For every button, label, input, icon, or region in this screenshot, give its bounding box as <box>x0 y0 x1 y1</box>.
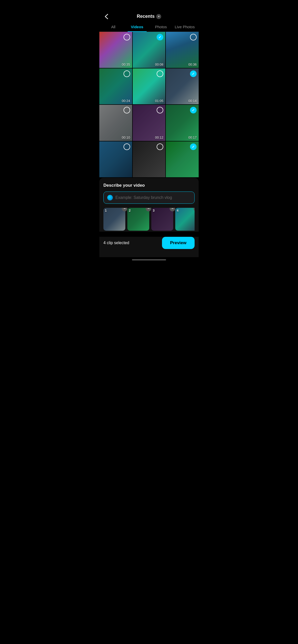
video-duration-9: 00:17 <box>188 136 197 139</box>
tab-videos[interactable]: Videos <box>125 22 149 32</box>
video-duration-2: 00:08 <box>155 63 164 66</box>
video-cell-12[interactable]: ✓ <box>166 141 199 178</box>
video-cell-5[interactable]: 01:05 <box>133 68 166 105</box>
video-cell-3[interactable]: 00:36 <box>166 32 199 68</box>
select-circle-5[interactable] <box>157 70 163 77</box>
mic-icon <box>107 195 113 200</box>
select-circle-1[interactable] <box>124 34 130 40</box>
bottom-panel: Describe your video Example: Saturday br… <box>99 178 199 232</box>
select-circle-10[interactable] <box>124 143 130 150</box>
tab-all[interactable]: All <box>101 22 125 32</box>
video-duration-6: 00:14 <box>188 99 197 103</box>
video-grid: 00:35 ✓ 00:08 00:36 00:24 01:05 ✓ 00:14 … <box>99 32 199 177</box>
check-icon-9: ✓ <box>192 108 195 112</box>
clip-number-1: 1 <box>105 209 107 212</box>
video-cell-9[interactable]: ✓ 00:17 <box>166 105 199 141</box>
clip-item-2[interactable]: 2 − <box>127 208 149 231</box>
video-cell-10[interactable] <box>99 141 132 178</box>
clip-number-4: 4 <box>177 209 179 212</box>
search-placeholder: Example: Saturday brunch vlog <box>115 195 172 200</box>
video-duration-1: 00:35 <box>122 63 130 66</box>
clip-item-3[interactable]: 3 − <box>151 208 173 231</box>
home-indicator <box>132 259 166 260</box>
page-title: Recents <box>137 14 155 19</box>
video-duration-5: 01:05 <box>155 99 164 103</box>
check-icon-2: ✓ <box>158 35 161 39</box>
video-duration-8: 00:12 <box>155 136 164 139</box>
video-cell-11[interactable] <box>133 141 166 178</box>
remove-icon-3: − <box>171 208 173 210</box>
clips-row: 1 − 2 − 3 − 4 − <box>103 208 195 232</box>
remove-icon-1: − <box>124 208 126 210</box>
clip-item-1[interactable]: 1 − <box>103 208 125 231</box>
select-circle-9[interactable]: ✓ <box>190 107 197 113</box>
video-cell-7[interactable]: 00:10 <box>99 105 132 141</box>
select-circle-7[interactable] <box>124 107 130 113</box>
dropdown-icon[interactable]: ▾ <box>156 14 161 19</box>
preview-button[interactable]: Preview <box>162 237 195 249</box>
video-duration-3: 00:36 <box>188 63 197 66</box>
clip-count-label: 4 clip selected <box>103 241 129 245</box>
check-icon-12: ✓ <box>192 145 195 149</box>
video-duration-4: 00:24 <box>122 99 130 103</box>
select-circle-11[interactable] <box>157 143 163 150</box>
video-cell-8[interactable]: 00:12 <box>133 105 166 141</box>
tab-photos[interactable]: Photos <box>149 22 173 32</box>
tab-live-photos[interactable]: Live Photos <box>173 22 197 32</box>
tabs-bar: All Videos Photos Live Photos <box>99 22 199 32</box>
search-input-wrapper[interactable]: Example: Saturday brunch vlog <box>103 192 195 204</box>
select-circle-6[interactable]: ✓ <box>190 70 197 77</box>
header: Recents ▾ <box>99 0 199 22</box>
back-chevron-icon <box>103 13 110 20</box>
check-icon-6: ✓ <box>192 72 195 76</box>
clip-number-2: 2 <box>129 209 131 212</box>
video-cell-2[interactable]: ✓ 00:08 <box>133 32 166 68</box>
video-duration-7: 00:10 <box>122 136 130 139</box>
select-circle-4[interactable] <box>124 70 130 77</box>
video-cell-6[interactable]: ✓ 00:14 <box>166 68 199 105</box>
video-cell-1[interactable]: 00:35 <box>99 32 132 68</box>
select-circle-3[interactable] <box>190 34 197 40</box>
clip-item-4[interactable]: 4 − <box>175 208 195 231</box>
describe-label: Describe your video <box>103 183 195 188</box>
remove-icon-2: − <box>147 208 150 210</box>
back-button[interactable] <box>103 13 110 20</box>
title-row: Recents ▾ <box>137 14 161 19</box>
video-cell-4[interactable]: 00:24 <box>99 68 132 105</box>
clip-number-3: 3 <box>153 209 155 212</box>
select-circle-12[interactable]: ✓ <box>190 143 197 150</box>
footer: 4 clip selected Preview <box>99 237 199 257</box>
